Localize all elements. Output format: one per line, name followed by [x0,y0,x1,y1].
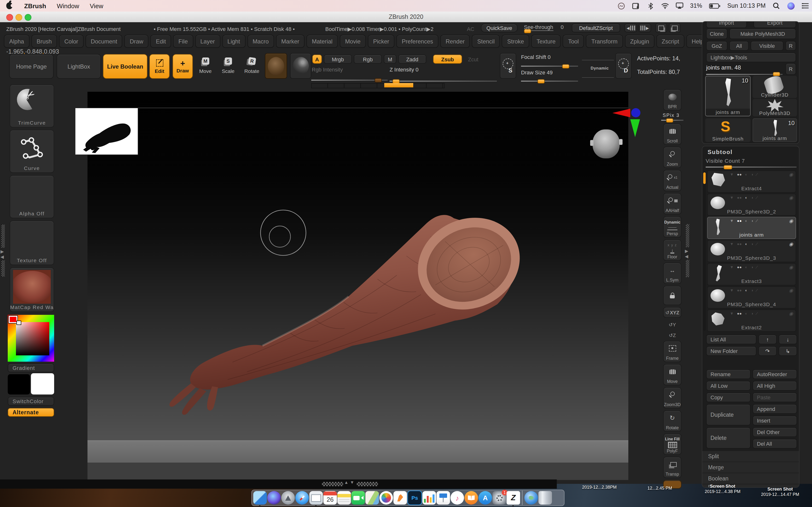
move-3d-button[interactable]: Move [663,364,681,385]
menu-view[interactable]: View [85,0,109,12]
subtool-row-joints-arm-selected[interactable]: ▼●●◐◑∕◉ joints arm [707,217,796,239]
active-tool-slider-label[interactable]: joints arm. 48 [706,64,741,71]
gizmo-y-axis-icon[interactable] [630,119,640,137]
draw-size-knob[interactable] [538,79,545,83]
menu-marker[interactable]: Marker [276,35,305,48]
timeline-segments[interactable] [311,83,445,89]
creative-cloud-icon[interactable] [618,2,625,10]
left-collapse-icon[interactable]: ◀ [0,255,4,259]
dock-icon-network-globe[interactable] [524,491,538,505]
color-saturation-square[interactable] [16,322,49,355]
right-divider-dots[interactable] [686,260,689,277]
expand-icon[interactable]: ▼ [730,312,734,316]
draw-size-slider[interactable] [521,80,578,81]
subtool-row-sphere4[interactable]: ▼●●◐◑∕◉ PM3D_Sphere3D_4 [707,286,796,308]
scale-tool[interactable]: S Scale [218,56,238,74]
split-shade-icon[interactable]: ◑ [751,242,753,246]
texture-selector[interactable]: Texture Off [10,221,54,265]
airplay-icon[interactable] [676,2,683,10]
quicksave-button[interactable]: QuickSave [481,24,518,32]
lightbox-button[interactable]: LightBox [57,54,101,79]
r-button[interactable]: R [785,41,796,51]
menu-preferences[interactable]: Preferences [397,35,439,48]
move-into-button[interactable]: ↳ [779,346,797,356]
dock-icon-facetime[interactable] [351,491,365,505]
expand-icon[interactable]: ▼ [730,265,734,270]
current-material-swatch[interactable] [265,53,287,79]
tool-thumb-joints-arm[interactable]: 10 joints arm [705,76,751,116]
rename-button[interactable]: Rename [706,370,751,379]
menu-macro[interactable]: Macro [247,35,274,48]
tool-thumb-polymesh3d[interactable]: PolyMesh3D [753,99,797,116]
delete-button[interactable]: Delete [706,427,751,449]
camera-orientation-widget[interactable] [593,129,620,158]
brush-icon[interactable]: ∕ [757,242,757,246]
all-high-button[interactable]: All High [753,381,797,391]
z-intensity-label[interactable]: Z Intensity 0 [390,67,418,72]
menu-alpha[interactable]: Alpha [4,35,29,48]
eye-icon[interactable]: ◉ [789,195,793,201]
split-shade-icon[interactable]: ◑ [751,172,753,177]
default-zscript-button[interactable]: DefaultZScript [572,24,620,32]
dock-icon-maps[interactable] [365,491,379,505]
boolean-section[interactable]: Boolean [702,473,799,484]
polypaint-icon[interactable]: ●● [737,288,742,293]
frame-button[interactable]: Frame [663,341,681,362]
merge-section[interactable]: Merge [702,462,799,473]
shade-icon[interactable]: ◐ [745,172,748,177]
floor-button[interactable]: x y z ↓ Floor [663,239,681,261]
eye-icon[interactable]: ◉ [789,288,793,293]
desktop-file-label[interactable]: Screen Shot2019-12...14.47 PM [750,487,810,497]
siri-icon[interactable] [787,2,795,10]
menu-material[interactable]: Material [307,35,338,48]
dock-icon-pages[interactable] [394,491,407,505]
apple-menu[interactable] [0,0,19,12]
z-intensity-slider[interactable] [390,80,497,81]
menu-light[interactable]: Light [222,35,245,48]
wifi-icon[interactable] [661,2,669,10]
menu-picker[interactable]: Picker [368,35,395,48]
menu-draw[interactable]: Draw [124,35,149,48]
import-button[interactable]: Import [706,21,747,28]
list-all-button[interactable]: List All [706,335,756,344]
export-button[interactable]: Export [754,21,796,28]
shade-icon[interactable]: ◐ [745,195,748,200]
right-collapse-icon[interactable]: ◀ [685,254,688,259]
copy-button[interactable]: Copy [706,393,751,402]
move-to-top-button[interactable]: ↷ [758,346,777,356]
dock-icon-keynote[interactable] [437,491,450,505]
desktop-file-label[interactable]: Screen Shot2019-12...4.38 PM [696,484,749,495]
zoom3d-button[interactable]: Zoom3D [663,387,681,408]
split-section[interactable]: Split [702,451,799,462]
dock-icon-safari[interactable] [295,491,309,505]
goz-button[interactable]: GoZ [706,41,727,51]
subtool-row-extract4[interactable]: ▼●●◐◑∕◉ Extract4 [707,170,796,193]
menu-transform[interactable]: Transform [586,35,623,48]
brush-selector-trimcurve[interactable]: ✂ TrimCurve [10,84,54,127]
zscript-next-button[interactable]: ▶ [639,24,651,32]
local-symmetry-button[interactable]: ↔L.Sym [663,263,681,284]
split-shade-icon[interactable]: ◑ [751,312,753,316]
menu-tool[interactable]: Tool [563,35,584,48]
subtool-row-sphere3[interactable]: ▼●●◐◑∕◉ PM3D_Sphere3D_3 [707,240,796,262]
left-divider-dots[interactable] [1,225,5,248]
gradient-button[interactable]: Gradient [8,363,54,372]
rgb-intensity-label[interactable]: Rgb Intensity [312,67,343,72]
dock-icon-appstore[interactable]: A [478,491,492,505]
menubar-clock[interactable]: Sun 10:13 PM [727,2,766,9]
subtool-row-extract3[interactable]: ▼●●◐◑∕◉ Extract3 [707,263,796,285]
duplicate-button[interactable]: Duplicate [706,404,751,426]
spix-label[interactable]: SPix 3 [663,113,679,118]
dock-icon-launchpad[interactable] [281,491,295,505]
rotate-3d-button[interactable]: ↻Rotate [663,410,681,432]
actual-size-button[interactable]: x1Actual [663,170,681,191]
zoom-window-button[interactable] [24,14,32,21]
paste-button[interactable]: Paste [753,393,797,402]
main-color-swatch[interactable] [8,374,30,394]
visible-count-label[interactable]: Visible Count 7 [706,158,745,164]
dock-icon-mail[interactable] [309,491,323,505]
zadd-button[interactable]: Zadd [398,55,426,64]
focal-shift-slider[interactable] [521,66,578,67]
draw-button[interactable]: + Draw [172,54,193,79]
eye-icon[interactable]: ◉ [789,311,793,316]
